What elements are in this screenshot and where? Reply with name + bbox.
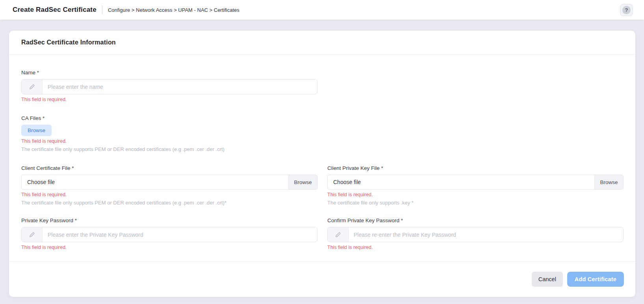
client-private-key-file-label: Client Private Key File * — [327, 165, 624, 171]
add-certificate-button[interactable]: Add Certificate — [567, 272, 624, 287]
password-row: Private Key Password * This field is req… — [21, 217, 624, 250]
name-label: Name * — [21, 70, 317, 76]
breadcrumb: Configure > Network Access > UPAM - NAC … — [108, 7, 239, 13]
ca-files-error: This field is required. — [21, 138, 624, 144]
client-certificate-file-label: Client Certificate File * — [21, 165, 317, 171]
card-header: RadSec Certificate Information — [9, 31, 635, 55]
card-title: RadSec Certificate Information — [21, 39, 116, 46]
radsec-certificate-card: RadSec Certificate Information Name * Th… — [9, 31, 635, 297]
confirm-private-key-password-label: Confirm Private Key Password * — [327, 217, 624, 223]
private-key-password-input[interactable] — [43, 227, 317, 242]
confirm-private-key-password-error: This field is required. — [327, 245, 624, 250]
name-error: This field is required. — [21, 97, 317, 102]
ca-files-section: CA Files * Browse This field is required… — [21, 115, 624, 152]
name-input[interactable] — [43, 79, 317, 94]
client-certificate-file-input[interactable]: Choose file Browse — [21, 175, 317, 190]
header-divider — [102, 6, 102, 14]
page-title: Create RadSec Certificate — [13, 6, 97, 14]
client-certificate-file-error: This field is required. — [21, 192, 317, 197]
card-footer: Cancel Add Certificate — [9, 261, 635, 297]
private-key-password-label: Private Key Password * — [21, 217, 317, 223]
pencil-icon — [328, 227, 349, 242]
pencil-icon — [22, 79, 43, 94]
confirm-private-key-password-section: Confirm Private Key Password * This fiel… — [327, 217, 624, 250]
confirm-private-key-password-input-group — [327, 227, 624, 242]
ca-files-label: CA Files * — [21, 115, 624, 121]
client-certificate-file-section: Client Certificate File * Choose file Br… — [21, 165, 317, 206]
help-button[interactable]: ? — [620, 4, 633, 16]
client-private-key-file-error: This field is required. — [327, 192, 624, 197]
main-content: RadSec Certificate Information Name * Th… — [0, 20, 644, 297]
client-certificate-file-value: Choose file — [22, 175, 288, 189]
private-key-password-section: Private Key Password * This field is req… — [21, 217, 317, 250]
page: Create RadSec Certificate Configure > Ne… — [0, 0, 644, 297]
client-private-key-file-browse-button[interactable]: Browse — [594, 175, 623, 189]
card-body: Name * This field is required. CA Files … — [9, 55, 635, 261]
help-icon: ? — [622, 6, 631, 14]
cancel-button[interactable]: Cancel — [532, 272, 563, 287]
certificate-files-row: Client Certificate File * Choose file Br… — [21, 165, 624, 206]
private-key-password-error: This field is required. — [21, 245, 317, 250]
ca-files-browse-button[interactable]: Browse — [21, 125, 52, 136]
name-field-section: Name * This field is required. — [21, 70, 317, 102]
name-input-group — [21, 79, 317, 94]
client-private-key-file-input[interactable]: Choose file Browse — [327, 175, 624, 190]
client-certificate-file-browse-button[interactable]: Browse — [288, 175, 317, 189]
client-private-key-file-value: Choose file — [328, 175, 594, 189]
client-certificate-file-hint: The certificate file only supports PEM o… — [21, 200, 317, 206]
pencil-icon — [22, 227, 43, 242]
private-key-password-input-group — [21, 227, 317, 242]
page-header: Create RadSec Certificate Configure > Ne… — [0, 0, 644, 20]
confirm-private-key-password-input[interactable] — [349, 227, 623, 242]
client-private-key-file-hint: The certificate file only supports .key … — [327, 200, 624, 206]
client-private-key-file-section: Client Private Key File * Choose file Br… — [327, 165, 624, 206]
ca-files-hint: The certificate file only supports PEM o… — [21, 146, 624, 152]
